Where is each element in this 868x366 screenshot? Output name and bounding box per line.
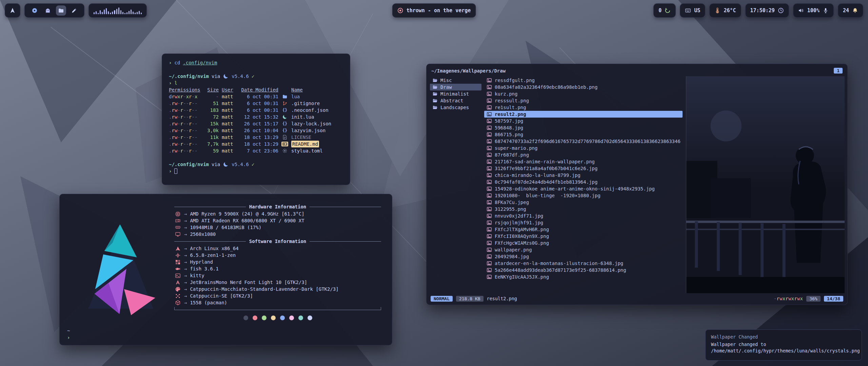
folder-open-icon (432, 98, 438, 104)
file-name: 3122955.png (495, 206, 526, 212)
file-name: 0c794faf07de24a4db4d4fb1eb813964.jpg (495, 179, 597, 185)
refresh-icon (665, 7, 671, 14)
braces-icon: {} (281, 107, 288, 114)
file-item[interactable]: 19201080-__blue-tinge__-1920×1080.jpg (484, 192, 683, 199)
file-item[interactable]: FXfcHgcWIAMzs0G.png (484, 240, 683, 246)
directory-item[interactable]: Misc (430, 77, 481, 84)
file-item[interactable]: FXfcJlTXgAMvH6R.png (484, 226, 683, 233)
file-item[interactable]: 866715.png (484, 131, 683, 138)
image-icon (486, 192, 492, 199)
notification-popup[interactable]: Wallpaper Changed Wallpaper changed to /… (705, 329, 862, 361)
file-item[interactable]: atardecer-en-la-montanas-ilustracion-634… (484, 260, 683, 267)
file-item[interactable]: 217167-sad-anime-rain-wallpaper.png (484, 158, 683, 165)
file-owner: matt (222, 147, 237, 154)
file-item[interactable]: EeNKYgIUcAAJ5JX.png (484, 273, 683, 280)
media-player-pill[interactable]: thrown - on the verge (392, 3, 476, 18)
file-item[interactable]: 68747470733a2f2f696d616765732d7769786d70… (484, 138, 683, 145)
file-manager-window[interactable]: ~/Imagenes/Wallpapers/Draw 1 MiscDrawMin… (426, 64, 848, 305)
file-item[interactable]: re1sult.png (484, 104, 683, 111)
info-text: Catppuccin-SE [GTK2/3] (190, 293, 253, 299)
image-icon (486, 179, 492, 185)
terminal-window[interactable]: ›cd.config/nvim ~/.config/nvimviav5.4.6✓… (162, 54, 350, 185)
directory-item[interactable]: Abstract (430, 97, 481, 104)
file-name: chica-mirando-la-luna-8799.jpg (495, 172, 580, 178)
clock-pill[interactable]: 17:50:29 (745, 3, 789, 18)
file-item[interactable]: super-mario.png (484, 145, 683, 151)
fetch-terminal-window[interactable]: Hardware Information →AMD Ryzen 9 5900X … (59, 194, 392, 345)
file-item[interactable]: wallpaper.png (484, 246, 683, 253)
directory-item[interactable]: Landscapes (430, 104, 481, 111)
file-item[interactable]: chica-mirando-la-luna-8799.jpg (484, 172, 683, 179)
prompt-symbol: › (169, 168, 172, 175)
file-item[interactable]: 08a634fa02a32364f69ebc86a98eb1eb.png (484, 84, 683, 90)
workspace-button[interactable] (56, 5, 66, 16)
file-item[interactable]: 587597.jpg (484, 118, 683, 124)
file-item[interactable]: 20492984.jpg (484, 253, 683, 260)
lua-version: v5.4.6 (232, 161, 249, 168)
workspace-button[interactable] (29, 5, 40, 16)
date-modified: 6 oct 00:31 (240, 100, 278, 107)
image-icon (486, 260, 492, 266)
arrow-icon: → (184, 218, 187, 223)
image-icon (486, 253, 492, 260)
image-icon (486, 118, 492, 124)
workspace-button[interactable] (69, 5, 79, 16)
wm-icon (174, 259, 181, 265)
via-label: via (212, 161, 220, 168)
tab-count-badge: 1 (834, 68, 843, 74)
file-item[interactable]: 0c794faf07de24a4db4d4fb1eb813964.jpg (484, 179, 683, 185)
file-item[interactable]: result2.png (484, 111, 683, 118)
listing-row: .rw-r--r--72matt12 oct 15:32init.lua (169, 114, 343, 120)
temperature-pill[interactable]: 26°C (709, 3, 741, 18)
font-icon (174, 279, 181, 285)
file-item[interactable]: 596848.jpg (484, 124, 683, 131)
date-modified: 26 oct 15:17 (240, 120, 278, 127)
file-item[interactable]: 5a266e448add93deab367d87173e9f25-6837886… (484, 267, 683, 273)
distro-logo (69, 202, 171, 338)
image-icon (486, 220, 492, 226)
image-icon (486, 145, 492, 151)
visualizer-bar (98, 13, 99, 14)
keyboard-layout-pill[interactable]: US (680, 3, 705, 18)
file-name: .gitignore (291, 100, 343, 107)
file-name: 5a266e448add93deab367d87173e9f25-6837886… (495, 267, 626, 273)
updates-pill[interactable]: 0 (653, 3, 676, 18)
file-item[interactable]: 3122955.png (484, 206, 683, 212)
file-item[interactable]: rsjqojlmjhf91.jpg (484, 219, 683, 226)
file-name: lazyvim.json (291, 127, 343, 134)
file-item[interactable]: ressdfgult.png (484, 77, 683, 84)
info-text: JetBrainsMono Nerd Font Light 10 [GTK2/3… (190, 280, 307, 285)
notifications-pill[interactable]: 24 (838, 3, 863, 18)
info-text: 6.5.8-zen1-1-zen (190, 252, 236, 258)
directory-panel: MiscDrawMinimalistAbstractLandscapes (430, 76, 481, 293)
file-item[interactable]: FXfcII0X0AQyn9X.png (484, 233, 683, 240)
fetch-info-line: →6.5.8-zen1-1-zen (174, 252, 381, 259)
fetch-info-line: →868x366 (174, 231, 381, 238)
directory-item[interactable]: Draw (430, 84, 481, 90)
listing-row: .rw-r--r--59matt7 oct 23:06stylua.toml (169, 147, 343, 154)
file-item[interactable]: 3126f7e9bbf21a8a4af0b67b041c6e26.jpg (484, 165, 683, 172)
file-item[interactable]: 87r687df.png (484, 151, 683, 158)
visualizer-bar (104, 9, 105, 14)
notifications-value: 24 (843, 7, 849, 14)
display-icon (174, 231, 181, 237)
launcher-button[interactable] (5, 3, 20, 18)
file-name: 866715.png (495, 132, 523, 137)
file-item[interactable]: resssult.png (484, 97, 683, 104)
file-name: 87r687df.png (495, 152, 529, 158)
file-item[interactable]: 8FKa7Cu.jpeg (484, 199, 683, 206)
directory-item[interactable]: Minimalist (430, 90, 481, 97)
file-item[interactable]: kurz.png (484, 90, 683, 97)
prompt-path: ~ (67, 327, 70, 334)
software-info: →Arch Linux x86_64→6.5.8-zen1-1-zen→Hypr… (174, 245, 381, 306)
theme-icon (174, 286, 181, 292)
image-icon (486, 172, 492, 178)
file-item[interactable]: nnvuv0xj2df71.jpg (484, 212, 683, 219)
image-icon (486, 77, 492, 83)
workspace-button[interactable] (43, 5, 53, 16)
header-name: Name (291, 86, 343, 93)
file-name: 08a634fa02a32364f69ebc86a98eb1eb.png (495, 84, 597, 90)
visualizer-bar (96, 11, 97, 14)
volume-pill[interactable]: 100% (793, 3, 834, 18)
file-item[interactable]: 154928-odinokoe_anime-art-anime-okno-sin… (484, 185, 683, 192)
